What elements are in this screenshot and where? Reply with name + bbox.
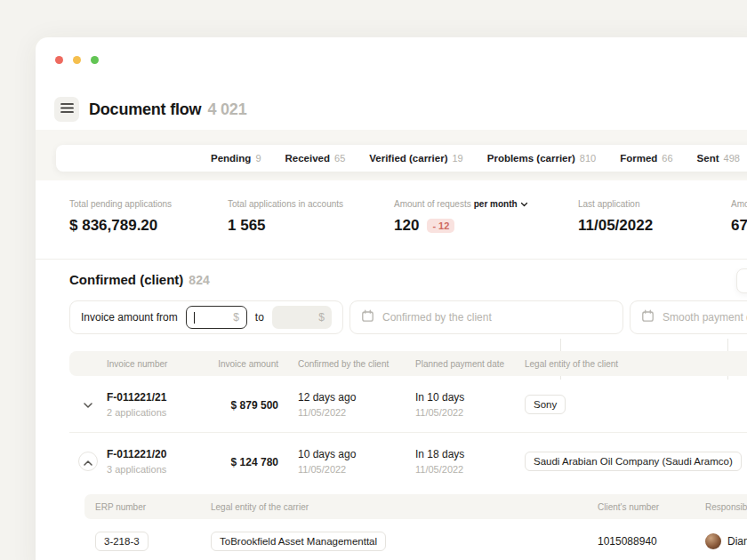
expand-row-button[interactable]	[78, 395, 98, 414]
page-title-text: Document flow	[89, 100, 201, 119]
planned-relative: In 18 days	[415, 448, 525, 460]
tab-label: Sent	[697, 153, 719, 164]
planned-relative: In 10 days	[415, 391, 525, 404]
stat-value: 67	[731, 217, 747, 235]
stat-label-text: Amount of requests	[394, 199, 471, 209]
payment-date-placeholder: Smooth payment date	[663, 311, 747, 324]
minimize-window-icon[interactable]	[73, 56, 81, 64]
applications-count: 2 applications	[107, 407, 218, 418]
legal-entity-cell: Saudi Arabian Oil Company (Saudi Aramco)	[525, 452, 747, 471]
section-title: Confirmed (client) 824	[69, 272, 210, 287]
per-month-dropdown[interactable]: per month	[474, 199, 518, 209]
tab-label: Formed	[620, 153, 657, 164]
legal-entity-cell: Sony	[525, 395, 747, 414]
chevron-down-icon[interactable]	[520, 199, 528, 209]
invoice-amount-to-input[interactable]: $	[272, 306, 332, 329]
stat-last-application: Last application 11/05/2022	[578, 199, 653, 235]
tab-sent[interactable]: Sent 498	[697, 153, 740, 164]
invoice-amount-from-input[interactable]: $	[186, 306, 247, 329]
stat-total-accounts: Total applications in accounts 1 565	[228, 199, 343, 235]
applications-count: 3 applications	[107, 464, 218, 475]
invoice-cell: F-011221/21 2 applications	[107, 391, 218, 418]
stat-label: Last application	[578, 199, 653, 209]
collapse-row-button[interactable]	[78, 452, 98, 471]
calendar-icon	[641, 309, 655, 326]
to-label: to	[255, 311, 264, 324]
tab-formed[interactable]: Formed 66	[620, 153, 672, 164]
expanded-subtable: ERP number Legal entity of the carrier C…	[84, 494, 747, 560]
tab-received[interactable]: Received 65	[285, 153, 346, 164]
stat-label: Amount of	[731, 199, 747, 209]
planned-date: 11/05/2022	[415, 464, 525, 475]
section-title-text: Confirmed (client)	[69, 272, 183, 287]
stat-label: Total applications in accounts	[228, 199, 343, 209]
subtable-header: ERP number Legal entity of the carrier C…	[84, 494, 747, 519]
stat-value: $ 836,789.20	[69, 217, 172, 235]
col-confirmed: Confirmed by the client	[298, 359, 415, 369]
chevron-down-icon	[84, 397, 92, 411]
amount-cell: $ 124 780	[218, 453, 298, 469]
stat-label: Total pending applications	[69, 199, 172, 209]
tab-label: Received	[285, 153, 331, 164]
responsible-cell: Diana	[705, 533, 747, 549]
table-header: Invoice number Invoice amount Confirmed …	[69, 351, 747, 376]
menu-button[interactable]	[54, 97, 79, 122]
page-title-count: 4 021	[207, 100, 246, 119]
tab-count: 19	[452, 153, 462, 164]
avatar	[705, 533, 721, 549]
legal-entity-tag[interactable]: Sony	[525, 395, 566, 414]
subtable-row: 3-218-3 ToBrookfield Asset Managementtal…	[84, 519, 747, 560]
payment-date-filter[interactable]: Smooth payment date	[630, 300, 747, 334]
tab-count: 9	[255, 153, 261, 164]
tab-count: 65	[334, 153, 345, 164]
invoice-amount-filter: Invoice amount from $ to $	[69, 300, 343, 334]
requests-count: 120	[394, 217, 419, 235]
page-title: Document flow 4 021	[89, 100, 246, 119]
confirmed-relative: 10 days ago	[298, 448, 415, 460]
legal-entity-tag[interactable]: Saudi Arabian Oil Company (Saudi Aramco)	[525, 452, 742, 471]
currency-suffix: $	[233, 311, 239, 324]
planned-date: 11/05/2022	[415, 407, 525, 418]
invoice-amount: $ 879 500	[231, 399, 278, 412]
confirmed-relative: 12 days ago	[298, 391, 415, 404]
confirmed-cell: 10 days ago 11/05/2022	[298, 448, 415, 475]
tab-label: Pending	[211, 153, 251, 164]
col-planned: Planned payment date	[415, 359, 525, 369]
col-client-number: Client's number	[598, 502, 705, 512]
status-tabs: Pending 9 Received 65 Verified (carrier)…	[56, 145, 747, 172]
cut-off-button[interactable]	[736, 268, 747, 293]
maximize-window-icon[interactable]	[91, 56, 99, 64]
table-row: F-011221/21 2 applications $ 879 500 12 …	[69, 376, 747, 433]
planned-cell: In 10 days 11/05/2022	[415, 391, 525, 418]
carrier-entity-tag[interactable]: ToBrookfield Asset Managementtal	[211, 532, 386, 551]
chevron-up-icon	[84, 455, 92, 468]
confirmed-date: 11/05/2022	[298, 407, 415, 418]
stat-value: 11/05/2022	[578, 217, 653, 235]
delta-badge: - 12	[427, 219, 454, 233]
tab-count: 66	[662, 153, 672, 164]
table-row: F-011221/20 3 applications $ 124 780 10 …	[69, 433, 747, 490]
stat-total-pending: Total pending applications $ 836,789.20	[69, 199, 172, 235]
calendar-icon	[361, 309, 374, 326]
currency-suffix: $	[318, 311, 325, 324]
client-number: 1015088940	[598, 535, 705, 548]
invoice-number: F-011221/20	[107, 448, 218, 460]
tab-label: Problems (carrier)	[487, 153, 575, 164]
confirmed-date-filter[interactable]: Confirmed by the client	[349, 300, 623, 334]
erp-number-tag[interactable]: 3-218-3	[95, 532, 149, 551]
tab-count: 498	[724, 153, 740, 164]
tab-problems-carrier[interactable]: Problems (carrier) 810	[487, 153, 596, 164]
stat-value: 1 565	[228, 217, 343, 235]
responsible-name: Diana	[727, 535, 747, 548]
tab-label: Verified (carrier)	[369, 153, 447, 164]
tab-verified-carrier[interactable]: Verified (carrier) 19	[369, 153, 462, 164]
tab-pending[interactable]: Pending 9	[211, 153, 261, 164]
invoice-number: F-011221/21	[107, 391, 218, 404]
window-controls	[55, 56, 99, 64]
amount-cell: $ 879 500	[218, 396, 298, 412]
confirmed-date: 11/05/2022	[298, 464, 415, 475]
confirmed-date-placeholder: Confirmed by the client	[382, 311, 492, 324]
tab-count: 810	[580, 153, 596, 164]
col-invoice-number: Invoice number	[107, 359, 218, 369]
close-window-icon[interactable]	[55, 56, 63, 64]
